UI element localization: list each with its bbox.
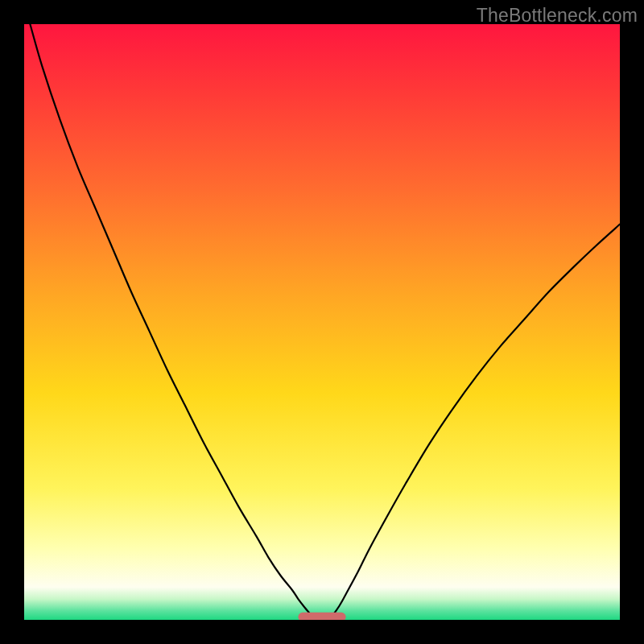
chart-marker — [298, 613, 345, 620]
bottom-marker — [298, 613, 345, 620]
watermark-text: TheBottleneck.com — [477, 5, 638, 27]
chart-svg — [24, 24, 620, 620]
chart-background — [24, 24, 620, 620]
chart-frame — [24, 24, 620, 620]
